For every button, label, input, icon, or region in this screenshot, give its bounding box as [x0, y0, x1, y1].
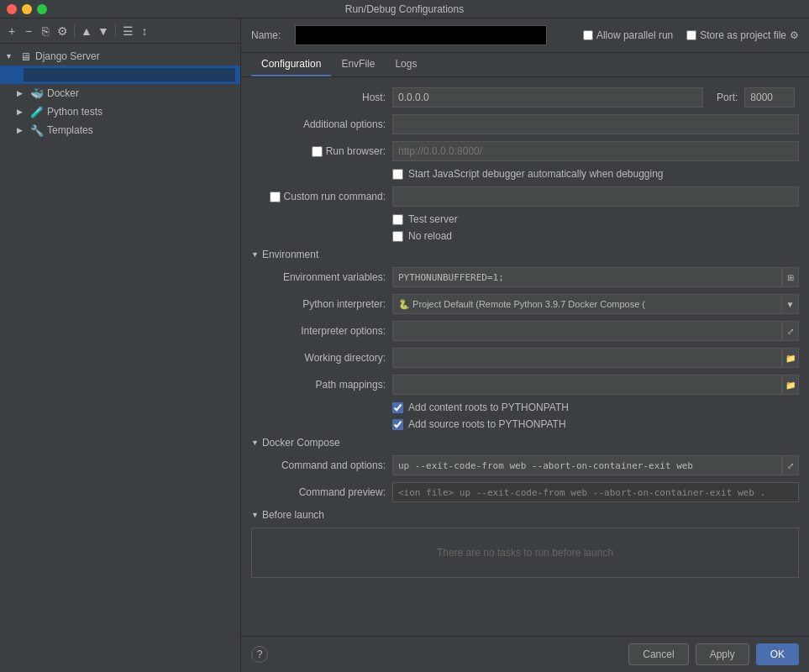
custom-run-checkbox[interactable]: [270, 192, 281, 202]
before-launch-chevron-icon[interactable]: ▼: [251, 511, 259, 519]
path-mappings-browse[interactable]: 📁: [782, 375, 799, 395]
tab-configuration[interactable]: Configuration: [251, 53, 331, 76]
add-icon[interactable]: +: [5, 24, 18, 38]
config-name-input[interactable]: [24, 68, 235, 81]
command-options-row: Command and options: ⤢: [251, 455, 799, 475]
working-directory-input[interactable]: [392, 348, 782, 368]
chevron-right-icon-2: ▶: [17, 108, 27, 116]
active-config-inner: [24, 68, 235, 81]
add-source-roots-label: Add source roots to PYTHONPATH: [408, 418, 566, 430]
up-icon[interactable]: ▲: [80, 24, 93, 38]
host-input-group: Port:: [392, 87, 795, 108]
main-layout: + − ⎘ ⚙ ▲ ▼ ☰ ↕ ▼ 🖥 Django Server: [0, 18, 809, 672]
cancel-button[interactable]: Cancel: [628, 643, 688, 665]
interpreter-select-group: 🐍 Project Default (Remote Python 3.9.7 D…: [392, 294, 799, 314]
bottom-bar: ? Cancel Apply OK: [241, 636, 809, 672]
sort-icon[interactable]: ↕: [138, 24, 151, 38]
docker-inner: ▶ 🐳 Docker: [17, 87, 235, 100]
working-directory-browse[interactable]: 📁: [782, 348, 799, 368]
test-server-row: Test server: [392, 213, 799, 225]
sidebar-item-templates[interactable]: ▶ 🔧 Templates: [0, 121, 240, 139]
command-preview-input: [392, 482, 799, 502]
working-directory-group: 📁: [392, 348, 799, 368]
config-content: Host: Port: Additional options: Run brow…: [241, 77, 809, 636]
allow-parallel-checkbox[interactable]: [583, 30, 593, 40]
close-button[interactable]: [7, 4, 17, 14]
gear-icon[interactable]: ⚙: [790, 29, 799, 41]
docker-compose-chevron-icon[interactable]: ▼: [251, 438, 259, 447]
store-project-label: Store as project file: [700, 29, 786, 41]
allow-parallel-label: Allow parallel run: [596, 29, 673, 41]
docker-compose-label: Docker Compose: [262, 437, 340, 449]
env-vars-row: Environment variables: ⊞: [251, 267, 799, 287]
chevron-right-icon: ▶: [17, 89, 27, 97]
additional-options-input[interactable]: [392, 114, 799, 134]
host-input[interactable]: [392, 87, 703, 108]
copy-icon[interactable]: ⎘: [39, 24, 52, 38]
name-input[interactable]: [295, 25, 547, 45]
port-label: Port:: [717, 92, 738, 103]
interpreter-options-row: Interpreter options: ⤢: [251, 321, 799, 341]
path-mappings-input[interactable]: [392, 375, 782, 395]
remove-icon[interactable]: −: [22, 24, 35, 38]
env-vars-input-group: ⊞: [392, 267, 799, 287]
command-preview-row: Command preview:: [251, 482, 799, 502]
window-controls[interactable]: [7, 4, 47, 14]
interpreter-options-expand[interactable]: ⤢: [782, 321, 799, 341]
filter-icon[interactable]: ☰: [121, 24, 134, 38]
sidebar-item-active-config[interactable]: [0, 66, 240, 84]
interpreter-options-input[interactable]: [392, 321, 782, 341]
sidebar-item-django-server[interactable]: ▼ 🖥 Django Server: [0, 47, 240, 66]
before-launch-label: Before launch: [262, 509, 324, 521]
maximize-button[interactable]: [37, 4, 47, 14]
down-icon[interactable]: ▼: [97, 24, 110, 38]
title-bar: Run/Debug Configurations: [0, 0, 809, 18]
command-options-expand[interactable]: ⤢: [782, 455, 799, 475]
path-mappings-group: 📁: [392, 375, 799, 395]
minimize-button[interactable]: [22, 4, 32, 14]
no-reload-checkbox[interactable]: [392, 231, 403, 242]
chevron-right-icon-3: ▶: [17, 126, 27, 134]
interpreter-select[interactable]: 🐍 Project Default (Remote Python 3.9.7 D…: [392, 294, 782, 314]
sidebar-item-python-tests[interactable]: ▶ 🧪 Python tests: [0, 102, 240, 121]
templates-inner: ▶ 🔧 Templates: [17, 123, 235, 137]
docker-compose-section-header: ▼ Docker Compose: [251, 437, 799, 449]
run-browser-input[interactable]: [392, 141, 799, 161]
run-browser-checkbox[interactable]: [312, 146, 323, 157]
interpreter-options-group: ⤢: [392, 321, 799, 341]
sidebar-item-docker[interactable]: ▶ 🐳 Docker: [0, 84, 240, 102]
host-row: Host: Port:: [251, 87, 799, 108]
settings-icon[interactable]: ⚙: [55, 24, 69, 38]
run-browser-row: Run browser:: [251, 141, 799, 161]
add-source-roots-row: Add source roots to PYTHONPATH: [392, 418, 799, 430]
js-debugger-row: Start JavaScript debugger automatically …: [392, 168, 799, 180]
env-expand-button[interactable]: ⊞: [782, 267, 799, 287]
additional-options-label: Additional options:: [251, 118, 386, 130]
env-vars-input[interactable]: [392, 267, 782, 287]
tab-logs[interactable]: Logs: [385, 53, 427, 76]
no-reload-label: No reload: [408, 230, 452, 242]
test-server-checkbox[interactable]: [392, 214, 403, 225]
python-interpreter-label: Python interpreter:: [251, 298, 386, 310]
tab-envfile[interactable]: EnvFile: [331, 53, 385, 76]
env-chevron-icon[interactable]: ▼: [251, 250, 259, 259]
working-directory-row: Working directory: 📁: [251, 348, 799, 368]
server-icon: 🖥: [18, 50, 32, 63]
store-project-checkbox[interactable]: [686, 30, 696, 40]
separator-2: [115, 24, 116, 38]
help-button[interactable]: ?: [251, 646, 268, 663]
docker-icon: 🐳: [30, 87, 44, 100]
ok-button[interactable]: OK: [756, 643, 799, 665]
django-server-inner: ▼ 🖥 Django Server: [5, 50, 235, 63]
add-source-roots-checkbox[interactable]: [392, 419, 403, 430]
config-header: Name: Allow parallel run Store as projec…: [241, 18, 809, 53]
js-debugger-checkbox[interactable]: [392, 169, 403, 180]
port-input[interactable]: [744, 87, 795, 108]
interpreter-dropdown-button[interactable]: ▼: [782, 294, 799, 314]
header-right: Allow parallel run Store as project file…: [583, 29, 799, 41]
add-content-roots-checkbox[interactable]: [392, 402, 403, 413]
store-project-group: Store as project file ⚙: [686, 29, 799, 41]
custom-run-input[interactable]: [392, 186, 799, 207]
command-options-input[interactable]: [392, 455, 782, 475]
apply-button[interactable]: Apply: [696, 643, 749, 665]
